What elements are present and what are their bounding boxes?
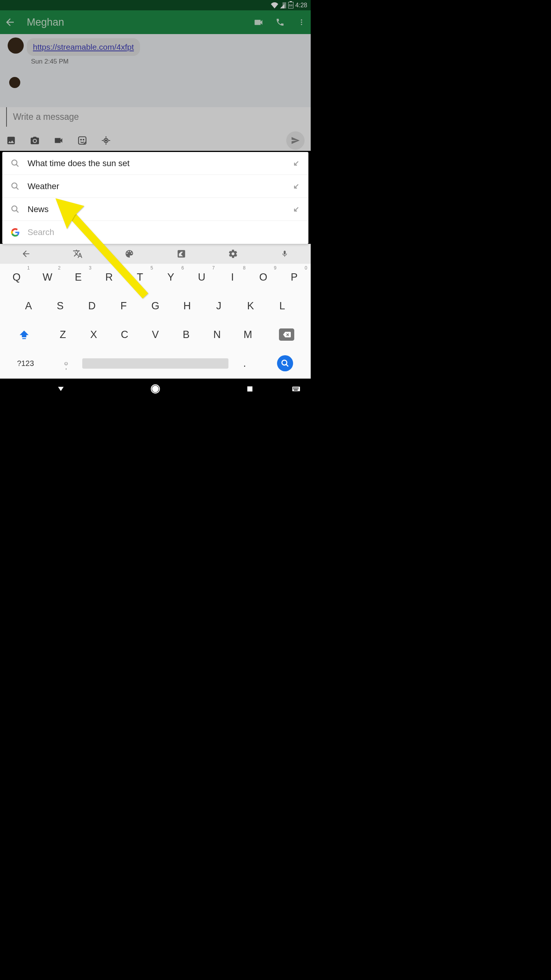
battery-icon: 84 — [288, 2, 293, 8]
svg-point-6 — [83, 139, 84, 140]
key-l[interactable]: L — [266, 295, 298, 317]
svg-rect-28 — [294, 390, 298, 390]
avatar[interactable] — [8, 38, 24, 54]
voice-input-button[interactable] — [279, 248, 290, 260]
app-bar: Meghan — [0, 10, 311, 34]
key-x[interactable]: X — [78, 324, 109, 345]
signal-icon — [280, 2, 286, 8]
nav-keyboard-button[interactable] — [291, 384, 301, 394]
back-icon[interactable] — [4, 16, 16, 28]
svg-rect-21 — [297, 387, 297, 388]
key-s[interactable]: S — [44, 295, 76, 317]
keyboard-toolbar — [0, 244, 311, 264]
send-button[interactable] — [286, 131, 305, 150]
location-icon[interactable] — [101, 136, 111, 145]
key-v[interactable]: V — [140, 324, 171, 345]
conversation-title: Meghan — [27, 16, 242, 28]
key-d[interactable]: D — [76, 295, 108, 317]
key-k[interactable]: K — [235, 295, 266, 317]
key-m[interactable]: M — [232, 324, 263, 345]
video-call-button[interactable] — [253, 17, 264, 28]
chat-content: https://streamable.com/4xfpt Sun 2:45 PM — [0, 34, 311, 107]
google-logo-icon — [11, 228, 20, 237]
voice-call-button[interactable] — [275, 17, 285, 28]
camera-icon[interactable] — [30, 136, 40, 145]
svg-point-13 — [282, 360, 287, 365]
key-y[interactable]: Y6 — [155, 266, 186, 288]
key-n[interactable]: N — [202, 324, 233, 345]
svg-point-1 — [301, 21, 302, 23]
theme-button[interactable] — [124, 248, 135, 260]
wifi-icon — [271, 2, 278, 8]
suggestion-item[interactable]: What time does the sun set — [2, 152, 308, 175]
key-i[interactable]: I8 — [217, 266, 248, 288]
key-f[interactable]: F — [108, 295, 140, 317]
insert-arrow-icon[interactable] — [293, 183, 300, 190]
message-input[interactable]: Write a message — [6, 107, 311, 127]
key-c[interactable]: C — [109, 324, 140, 345]
spacebar-key[interactable] — [82, 353, 228, 374]
key-t[interactable]: T5 — [124, 266, 155, 288]
avatar[interactable] — [9, 77, 20, 88]
insert-arrow-icon[interactable] — [293, 160, 300, 167]
gallery-icon[interactable] — [6, 136, 16, 145]
shift-key[interactable] — [1, 324, 47, 345]
key-e[interactable]: E3 — [63, 266, 94, 288]
key-j[interactable]: J — [203, 295, 235, 317]
message-bubble[interactable]: https://streamable.com/4xfpt — [27, 38, 140, 56]
status-bar: 84 4:28 — [0, 0, 311, 10]
svg-point-11 — [12, 206, 17, 211]
search-suggestions: What time does the sun set Weather News … — [2, 152, 308, 244]
search-action-key[interactable] — [261, 353, 310, 374]
svg-rect-18 — [293, 387, 294, 388]
video-icon[interactable] — [54, 136, 64, 145]
nav-recents-button[interactable] — [245, 384, 255, 394]
settings-button[interactable] — [227, 248, 239, 260]
key-w[interactable]: W2 — [32, 266, 63, 288]
svg-rect-20 — [295, 387, 296, 388]
keyboard-back-button[interactable] — [20, 248, 32, 260]
suggestion-item[interactable]: News — [2, 198, 308, 221]
search-icon — [11, 182, 20, 191]
svg-rect-25 — [295, 389, 296, 389]
key-g[interactable]: G — [140, 295, 171, 317]
key-p[interactable]: P0 — [279, 266, 310, 288]
navigation-bar — [0, 379, 311, 399]
one-handed-button[interactable] — [176, 248, 187, 260]
svg-point-5 — [81, 139, 82, 140]
period-key[interactable]: . — [228, 353, 261, 374]
key-a[interactable]: A — [13, 295, 44, 317]
keyboard: Q1W2E3R4T5Y6U7I8O9P0 ASDFGHJKL ZXCVBNM ?… — [0, 264, 311, 379]
svg-point-2 — [301, 24, 302, 25]
symbols-key[interactable]: ?123 — [1, 353, 50, 374]
svg-point-15 — [152, 386, 158, 392]
key-z[interactable]: Z — [47, 324, 78, 345]
svg-rect-22 — [298, 387, 298, 388]
svg-point-8 — [105, 140, 106, 141]
nav-home-button[interactable] — [150, 384, 160, 394]
backspace-key[interactable] — [263, 324, 310, 345]
search-row[interactable]: Search — [2, 221, 308, 244]
svg-point-9 — [12, 160, 17, 165]
key-b[interactable]: B — [171, 324, 202, 345]
more-menu-button[interactable] — [296, 17, 306, 28]
svg-rect-12 — [23, 338, 26, 339]
search-placeholder: Search — [28, 227, 300, 237]
key-o[interactable]: O9 — [248, 266, 279, 288]
nav-back-button[interactable] — [55, 384, 66, 394]
key-r[interactable]: R4 — [94, 266, 125, 288]
svg-point-0 — [301, 20, 302, 21]
insert-arrow-icon[interactable] — [293, 206, 300, 213]
key-u[interactable]: U7 — [186, 266, 217, 288]
message-link[interactable]: https://streamable.com/4xfpt — [33, 42, 134, 51]
message-timestamp: Sun 2:45 PM — [31, 58, 68, 65]
key-q[interactable]: Q1 — [1, 266, 32, 288]
key-h[interactable]: H — [171, 295, 203, 317]
search-icon — [11, 205, 20, 214]
svg-point-10 — [12, 183, 17, 188]
status-time: 4:28 — [295, 2, 307, 9]
sticker-icon[interactable] — [77, 136, 87, 145]
translate-button[interactable] — [72, 248, 83, 260]
emoji-key[interactable]: ☺ — [50, 353, 82, 374]
suggestion-item[interactable]: Weather — [2, 175, 308, 198]
